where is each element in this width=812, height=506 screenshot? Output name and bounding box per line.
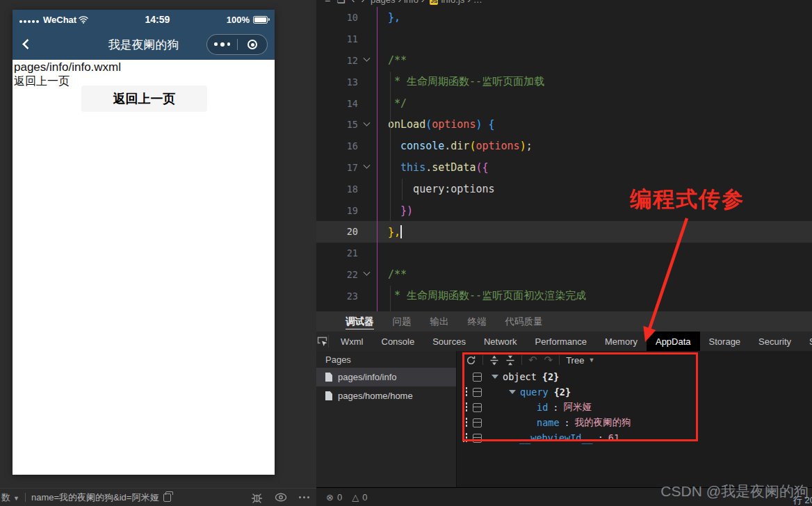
edit-node-icon[interactable] (473, 373, 482, 382)
refresh-icon[interactable] (466, 355, 476, 366)
drag-handle[interactable] (462, 386, 468, 398)
tree-row-name[interactable]: name:我的夜阑的狗 (457, 415, 812, 430)
code-token: ) (520, 140, 526, 152)
chevron-down-icon (364, 120, 371, 126)
nav-forward-icon[interactable]: › (361, 0, 364, 5)
more-menu-icon[interactable] (207, 42, 237, 47)
tab-security[interactable]: Security (749, 332, 800, 351)
code-token: * 生命周期函数--监听页面初次渲染完成 (388, 289, 586, 302)
drag-handle[interactable] (462, 402, 468, 413)
drag-handle[interactable] (462, 417, 468, 428)
code-text: * 生命周期函数--监听页面加载 (375, 75, 544, 88)
edit-node-icon[interactable] (473, 418, 482, 427)
line-number: 14 (316, 98, 358, 109)
line-number: 23 (316, 291, 358, 302)
tree-row-object[interactable]: object{2} (457, 369, 812, 384)
breadcrumb-item[interactable]: info.js (441, 0, 464, 5)
code-token: query:options (388, 183, 495, 195)
tab-终端[interactable]: 终端 (468, 311, 487, 332)
capsule-buttons[interactable] (206, 34, 268, 55)
breadcrumb-item[interactable]: pages (371, 0, 395, 5)
tab-memory[interactable]: Memory (596, 332, 647, 351)
code-text: }) (375, 204, 413, 217)
code-token: { (482, 161, 488, 174)
edit-node-icon[interactable] (473, 434, 482, 443)
fold-chevron-icon[interactable] (358, 165, 375, 170)
code-token: /** (388, 54, 407, 67)
expand-triangle-icon[interactable] (509, 390, 516, 394)
edit-node-icon[interactable] (473, 403, 482, 412)
inspect-element-button[interactable] (316, 335, 329, 348)
tab-输出[interactable]: 输出 (430, 311, 449, 332)
tree-row-query[interactable]: query{2} (457, 384, 812, 400)
fold-chevron-icon[interactable] (358, 122, 375, 127)
tab-sensor[interactable]: Sensor (800, 332, 812, 351)
tree-row-__webviewId__[interactable]: __webviewId__:61 (457, 430, 812, 446)
editor-line-indicator: 行 20 (793, 494, 812, 506)
tree-key: object (503, 371, 537, 382)
home-target-icon[interactable] (238, 40, 267, 49)
simulator-toolbar: 数 ▼ name=我的夜阑的狗&id=阿米娅 (0, 488, 316, 506)
tab-sources[interactable]: Sources (423, 332, 475, 351)
code-line-11[interactable]: 11 (316, 28, 812, 50)
query-string-value: name=我的夜阑的狗&id=阿米娅 (31, 491, 159, 504)
appdata-toolbar: ↶ ↷ Tree ▼ (457, 351, 812, 369)
code-token: { (482, 118, 494, 131)
tree-count-badge: {2} (542, 371, 559, 382)
code-token: }) (400, 204, 413, 217)
undo-icon[interactable]: ↶ (528, 354, 537, 366)
nav-back-icon[interactable]: ‹ (352, 0, 355, 5)
tree-key: __webviewId__ (519, 432, 593, 443)
page-list-item[interactable]: pages/info/info (316, 368, 456, 386)
expand-triangle-icon[interactable] (492, 375, 498, 379)
tree-count-badge: {2} (554, 386, 571, 398)
line-number: 22 (316, 269, 358, 280)
split-editor-icon[interactable]: ❏ (336, 0, 346, 5)
tree-value: 我的夜阑的狗 (575, 416, 631, 429)
code-token: options (432, 118, 476, 131)
tree-value: 61 (608, 432, 619, 443)
tab-wxml[interactable]: Wxml (332, 332, 373, 351)
tree-colon: : (598, 432, 603, 443)
breadcrumb[interactable]: pages › info › JSinfo.js › … (371, 0, 482, 5)
more-options-icon[interactable] (299, 496, 309, 498)
collapse-all-icon[interactable] (505, 355, 515, 366)
code-line-20[interactable]: 20}, (316, 221, 812, 243)
view-mode-select[interactable]: Tree ▼ (566, 355, 594, 366)
code-line-12[interactable]: 12/** (316, 50, 812, 72)
tab-appdata[interactable]: AppData (647, 332, 700, 351)
tab-代码质量[interactable]: 代码质量 (505, 311, 543, 332)
tab-console[interactable]: Console (373, 332, 424, 351)
menu-icon[interactable]: ≡ (325, 0, 330, 5)
edit-node-icon[interactable] (473, 388, 482, 397)
tree-row-id[interactable]: id:阿米娅 (457, 400, 812, 415)
line-number: 17 (316, 162, 358, 173)
tab-问题[interactable]: 问题 (393, 311, 412, 332)
tab-storage[interactable]: Storage (700, 332, 750, 351)
page-list-item[interactable]: pages/home/home (316, 386, 456, 405)
back-page-button[interactable]: 返回上一页 (81, 85, 207, 112)
launch-param-label[interactable]: 数 (1, 491, 10, 504)
back-chevron-icon[interactable] (22, 39, 33, 50)
breadcrumb-bar: ≡ ❏ ‹ › pages › info › JSinfo.js › … (316, 0, 812, 7)
fold-chevron-icon[interactable] (358, 272, 375, 277)
code-line-10[interactable]: 10}, (316, 7, 812, 28)
copy-icon[interactable] (163, 493, 171, 502)
debug-bug-icon[interactable] (251, 492, 263, 503)
param-dropdown-caret-icon[interactable]: ▼ (13, 495, 19, 502)
tab-network[interactable]: Network (475, 332, 526, 351)
redo-icon[interactable]: ↷ (544, 354, 553, 366)
warning-icon: △ (352, 492, 359, 503)
line-number: 12 (316, 55, 358, 66)
fold-chevron-icon[interactable] (358, 58, 375, 63)
tab-performance[interactable]: Performance (526, 332, 596, 351)
breadcrumb-item[interactable]: … (473, 0, 482, 5)
tab-调试器[interactable]: 调试器 (346, 311, 374, 332)
drag-handle[interactable] (462, 432, 468, 443)
code-line-21[interactable]: 21 (316, 243, 812, 264)
expand-all-icon[interactable] (489, 355, 499, 366)
breadcrumb-item[interactable]: info (404, 0, 419, 5)
code-line-22[interactable]: 22/** (316, 264, 812, 286)
annotation-text: 编程式传参 (630, 185, 745, 214)
eye-icon[interactable] (275, 493, 287, 502)
